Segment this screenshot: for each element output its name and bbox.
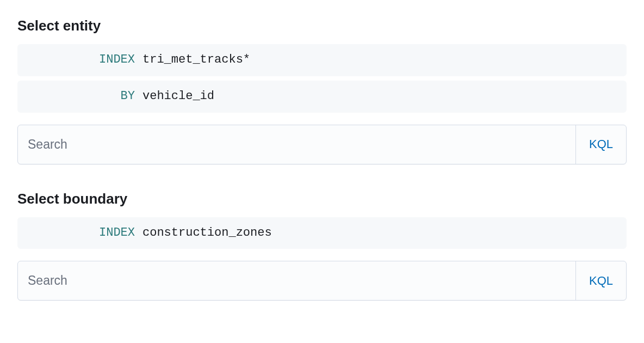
- entity-by-keyword: BY: [121, 89, 135, 103]
- select-boundary-title: Select boundary: [17, 191, 627, 207]
- entity-kql-button[interactable]: KQL: [575, 125, 626, 164]
- boundary-index-row: INDEX construction_zones: [17, 217, 627, 249]
- select-entity-title: Select entity: [17, 17, 627, 34]
- entity-index-row: INDEX tri_met_tracks*: [17, 44, 627, 76]
- boundary-search-bar: KQL: [17, 261, 627, 301]
- entity-index-keyword: INDEX: [99, 53, 135, 66]
- entity-search-input[interactable]: [18, 125, 575, 164]
- entity-by-value: vehicle_id: [143, 88, 214, 105]
- boundary-index-value: construction_zones: [143, 225, 272, 242]
- boundary-search-input[interactable]: [18, 261, 575, 300]
- entity-index-value: tri_met_tracks*: [143, 52, 250, 69]
- boundary-index-keyword: INDEX: [99, 226, 135, 240]
- select-entity-section: Select entity INDEX tri_met_tracks* BY v…: [17, 17, 627, 164]
- select-boundary-section: Select boundary INDEX construction_zones…: [17, 191, 627, 301]
- entity-search-bar: KQL: [17, 125, 627, 164]
- boundary-kql-button[interactable]: KQL: [575, 261, 626, 300]
- entity-by-row: BY vehicle_id: [17, 81, 627, 113]
